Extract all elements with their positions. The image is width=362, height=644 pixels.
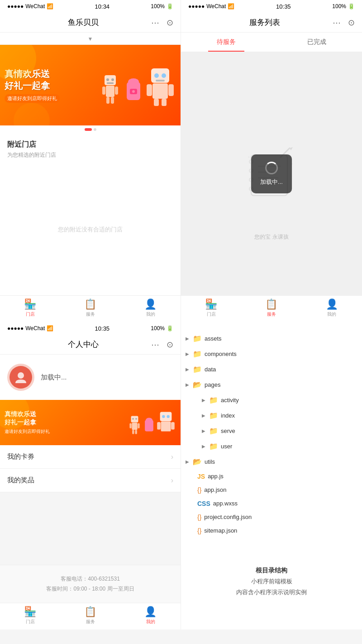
- list-item[interactable]: ▶ 📁 user: [186, 439, 357, 454]
- file-css-icon: CSS: [197, 497, 210, 510]
- robot-1-icon: [98, 68, 123, 107]
- list-item[interactable]: ▶ 📁 serve: [186, 423, 357, 439]
- left-status-bar: ●●●●● WeChat 📶 10:34 100% 🔋: [0, 0, 181, 13]
- svg-point-44: [146, 418, 152, 422]
- file-components-label: components: [205, 348, 237, 360]
- file-pages-label: pages: [205, 379, 220, 391]
- menu-coupons[interactable]: 我的卡券 ›: [0, 445, 181, 469]
- tab-completed[interactable]: 已完成: [272, 33, 362, 52]
- banner-subtitle: 邀请好友到店即得好礼: [5, 94, 60, 103]
- banner-title-line2: 好礼一起拿: [5, 80, 98, 91]
- svg-point-42: [135, 418, 137, 419]
- p-mine-nav-icon: 👤: [144, 606, 157, 618]
- banner-dots: [0, 125, 181, 134]
- profile-bottom-nav: 🏪 门店 📋 服务 👤 我的: [0, 603, 181, 630]
- svg-rect-4: [106, 97, 110, 104]
- right-nav-mine[interactable]: 👤 我的: [302, 298, 362, 317]
- more-icon[interactable]: ⋯: [151, 18, 159, 28]
- list-item[interactable]: ▶ 📂 utils: [186, 454, 357, 470]
- p-nav-service[interactable]: 📋 服务: [60, 606, 120, 625]
- file-projectjson-label: project.config.json: [204, 511, 252, 523]
- file-utils-label: utils: [205, 456, 215, 468]
- profile-user-area: 加载中...: [0, 355, 181, 400]
- right-more-icon[interactable]: ⋯: [333, 18, 341, 28]
- p-nav-store-label: 门店: [26, 619, 35, 625]
- dropdown-icon[interactable]: ▼: [88, 36, 93, 42]
- file-user-label: user: [221, 441, 232, 452]
- svg-rect-21: [156, 80, 165, 82]
- menu-prizes[interactable]: 我的奖品 ›: [0, 469, 181, 492]
- file-assets-label: assets: [205, 333, 222, 345]
- svg-point-7: [111, 78, 114, 81]
- list-item[interactable]: {} project.config.json: [186, 510, 357, 524]
- nearby-title: 附近门店: [0, 134, 181, 151]
- nav-mine[interactable]: 👤 我的: [120, 298, 181, 317]
- list-item[interactable]: {} sitemap.json: [186, 524, 357, 538]
- profile-scan-icon[interactable]: ⊙: [167, 340, 173, 350]
- right-nav-service[interactable]: 📋 服务: [241, 298, 301, 317]
- list-item[interactable]: ▶ 📁 assets: [186, 331, 357, 346]
- p-nav-store[interactable]: 🏪 门店: [0, 606, 60, 625]
- right-nav-store[interactable]: 🏪 门店: [181, 298, 241, 317]
- dropdown-bar[interactable]: ▼: [0, 33, 181, 45]
- r-nav-mine-label: 我的: [327, 311, 336, 317]
- left-bottom-nav: 🏪 门店 📋 服务 👤 我的: [0, 295, 181, 322]
- nav-store-label: 门店: [26, 311, 35, 317]
- r-nav-service-label: 服务: [267, 311, 276, 317]
- file-index-label: index: [221, 410, 235, 422]
- right-scan-icon[interactable]: ⊙: [348, 18, 355, 28]
- svg-rect-46: [161, 421, 171, 431]
- list-item[interactable]: {} app.json: [186, 483, 357, 497]
- tree-description: 根目录结构 小程序前端模板 内容含小程序演示说明实例: [186, 556, 357, 606]
- loading-spinner: [265, 162, 278, 174]
- profile-header: ⋯ 个人中心 ⋯ ⊙: [0, 335, 181, 355]
- list-item[interactable]: ▶ 📁 index: [186, 408, 357, 423]
- list-item[interactable]: ▶ 📁 components: [186, 346, 357, 362]
- nearby-empty-text: 您的附近没有合适的门店: [58, 198, 123, 261]
- svg-rect-37: [129, 423, 131, 428]
- svg-rect-38: [138, 423, 139, 428]
- item-pink-icon: [124, 73, 143, 107]
- folder-serve-icon: 📁: [209, 424, 218, 438]
- p-service-nav-icon: 📋: [84, 606, 96, 618]
- p-nav-mine[interactable]: 👤 我的: [120, 606, 181, 625]
- arrow-icon: ▶: [202, 427, 205, 436]
- svg-point-49: [162, 415, 165, 418]
- file-activity-label: activity: [221, 394, 239, 406]
- tab-pending[interactable]: 待服务: [181, 33, 272, 52]
- right-status-time: 10:35: [276, 3, 291, 10]
- main-banner[interactable]: 真情欢乐送 好礼一起拿 邀请好友到店即得好礼: [0, 45, 181, 125]
- list-item[interactable]: ▶ 📂 pages: [186, 377, 357, 393]
- dot-1[interactable]: [85, 128, 92, 131]
- svg-point-10: [128, 78, 139, 86]
- mine-nav-icon: 👤: [144, 298, 157, 310]
- profile-banner-subtitle: 邀请好友到店即得好礼: [5, 428, 127, 435]
- svg-point-19: [154, 73, 159, 78]
- arrow-icon: ▶: [202, 396, 205, 405]
- chevron-right-icon-2: ›: [171, 476, 173, 485]
- list-item[interactable]: CSS app.wxss: [186, 497, 357, 510]
- nav-service[interactable]: 📋 服务: [60, 298, 120, 317]
- service-empty-area: 您的宝 永课孩 加载中...: [181, 52, 362, 295]
- list-item[interactable]: ▶ 📁 data: [186, 362, 357, 377]
- scan-icon[interactable]: ⊙: [167, 18, 173, 28]
- profile-loading-name: 加载中...: [41, 373, 67, 382]
- right-app-header: ⋯ 服务列表 ⋯ ⊙: [181, 13, 362, 33]
- arrow-icon: ▶: [202, 411, 205, 420]
- svg-rect-45: [160, 412, 172, 421]
- r-service-nav-icon: 📋: [265, 298, 277, 310]
- folder-index-icon: 📁: [209, 409, 218, 423]
- svg-rect-40: [135, 430, 137, 434]
- nav-store[interactable]: 🏪 门店: [0, 298, 60, 317]
- footer-phone: 客服电话：400-6321531: [7, 574, 173, 584]
- list-item[interactable]: JS app.js: [186, 470, 357, 483]
- profile-banner[interactable]: 真情欢乐送 好礼一起拿 邀请好友到店即得好礼: [0, 400, 181, 445]
- profile-more-icon[interactable]: ⋯: [151, 340, 159, 350]
- dot-2[interactable]: [94, 128, 96, 131]
- folder-data-icon: 📁: [193, 362, 202, 377]
- file-appwxss-label: app.wxss: [213, 498, 238, 509]
- profile-footer: 客服电话：400-6321531 客服时间：09:00 - 18:00 周一至周…: [0, 565, 181, 603]
- nav-mine-label: 我的: [146, 311, 155, 317]
- list-item[interactable]: ▶ 📁 activity: [186, 393, 357, 408]
- svg-point-50: [167, 415, 169, 418]
